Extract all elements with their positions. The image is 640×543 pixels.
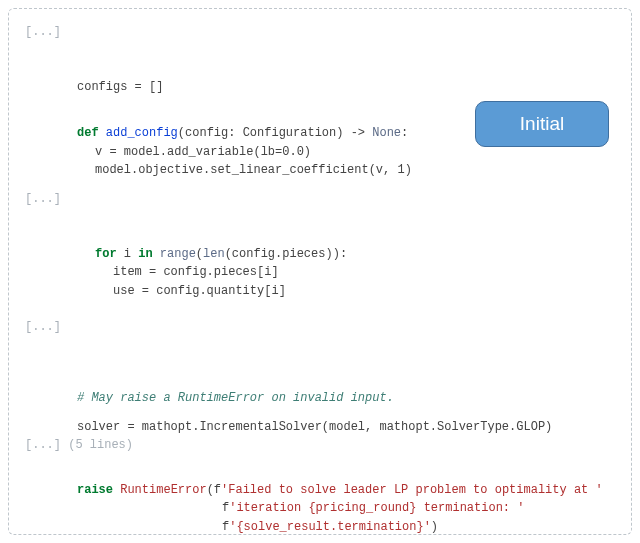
ellipsis-5lines: [...] (5 lines) — [25, 436, 615, 455]
code-line-raise-cont2: f'{solve_result.termination}') — [222, 518, 615, 537]
code-line-solver: solver = mathopt.IncrementalSolver(model… — [77, 418, 615, 437]
code-line-use: use = config.quantity[i] — [113, 282, 615, 301]
code-line-raise-cont1: f'iteration {pricing_round} termination:… — [222, 499, 615, 518]
code-line-item: item = config.pieces[i] — [113, 263, 615, 282]
ellipsis-mid1: [...] — [25, 190, 615, 209]
keyword-def: def — [77, 126, 99, 140]
code-line-raise: raise RuntimeError(f'Failed to solve lea… — [77, 481, 615, 500]
ellipsis-mid2: [...] — [25, 318, 615, 337]
code-panel: [...] configs = [] def add_config(config… — [8, 8, 632, 535]
ellipsis-top: [...] — [25, 23, 615, 42]
code-line-obj: model.objective.set_linear_coefficient(v… — [95, 161, 615, 180]
code-line-comment: # May raise a RuntimeError on invalid in… — [77, 389, 615, 408]
code-line-for: for i in range(len(config.pieces)): — [95, 245, 615, 264]
code-line-configs: configs = [] — [77, 78, 615, 97]
function-name: add_config — [106, 126, 178, 140]
badge-label: Initial — [520, 109, 564, 138]
initial-badge: Initial — [475, 101, 609, 147]
